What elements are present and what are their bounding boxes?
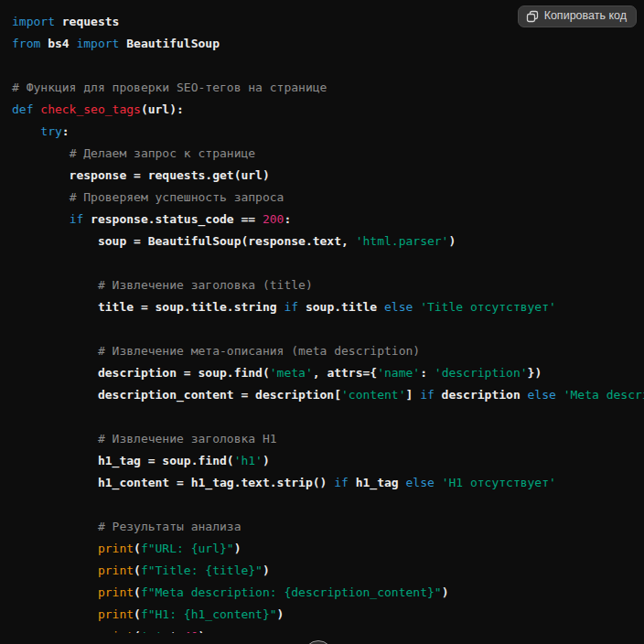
- code-line: soup = BeautifulSoup(response.text, 'htm…: [12, 231, 644, 252]
- code-block: import requestsfrom bs4 import Beautiful…: [0, 0, 644, 644]
- code-line: # Делаем запрос к странице: [12, 143, 644, 165]
- code-line: h1_content = h1_tag.text.strip() if h1_t…: [12, 472, 644, 494]
- code-line: # Извлечение мета-описания (meta descrip…: [12, 340, 644, 362]
- copy-code-button[interactable]: Копировать код: [518, 5, 637, 27]
- code-line: if response.status_code == 200:: [12, 209, 644, 231]
- code-editor: import requestsfrom bs4 import Beautiful…: [0, 0, 644, 633]
- code-line: response = requests.get(url): [12, 165, 644, 187]
- code-line: description = soup.find('meta', attrs={'…: [12, 362, 644, 384]
- code-line: try:: [12, 121, 644, 143]
- code-line: # Проверяем успешность запроса: [12, 187, 644, 209]
- code-line: [12, 55, 644, 77]
- code-line: title = soup.title.string if soup.title …: [12, 296, 644, 318]
- copy-icon: [526, 10, 539, 23]
- code-line: [12, 494, 644, 516]
- code-line: print(f"Meta description: {description_c…: [12, 582, 644, 604]
- code-line: # Извлечение заголовка H1: [12, 428, 644, 450]
- code-line: description_content = description['conte…: [12, 384, 644, 406]
- code-line: h1_tag = soup.find('h1'): [12, 450, 644, 472]
- code-line: [12, 252, 644, 274]
- code-line: print(f"H1: {h1_content}"): [12, 604, 644, 626]
- code-line: def check_seo_tags(url):: [12, 99, 644, 121]
- code-line: # Результаты анализа: [12, 516, 644, 538]
- code-line: # Функция для проверки SEO-тегов на стра…: [12, 77, 644, 99]
- scroll-down-button[interactable]: [304, 640, 333, 644]
- code-line: print(f"Title: {title}"): [12, 560, 644, 582]
- code-line: print(f"URL: {url}"): [12, 538, 644, 560]
- code-line: [12, 318, 644, 340]
- copy-button-label: Копировать код: [544, 9, 627, 23]
- code-line: # Извлечение заголовка (title): [12, 274, 644, 296]
- code-line: [12, 406, 644, 428]
- code-line: print('-' * 40): [12, 626, 644, 633]
- code-line: from bs4 import BeautifulSoup: [12, 33, 644, 55]
